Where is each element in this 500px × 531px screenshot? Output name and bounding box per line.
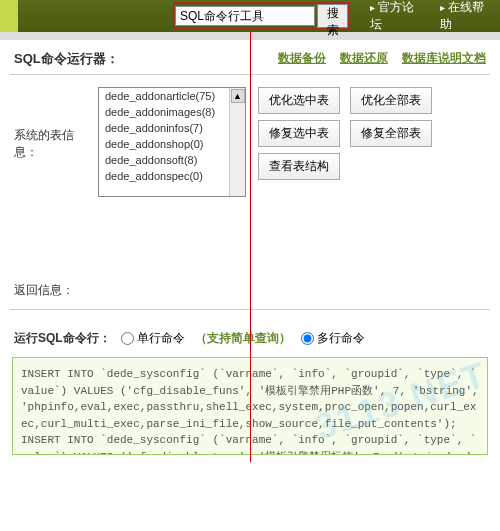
list-item[interactable]: dede_addoninfos(7)	[99, 120, 245, 136]
sql-textarea[interactable]	[12, 357, 488, 455]
list-item[interactable]: dede_addonimages(8)	[99, 104, 245, 120]
list-item[interactable]: dede_addonarticle(75)	[99, 88, 245, 104]
radio-single-input[interactable]	[121, 332, 134, 345]
tables-list-col: dede_addonarticle(75) dede_addonimages(8…	[98, 87, 246, 197]
yellow-tab	[0, 0, 18, 32]
list-item[interactable]: dede_addonspec(0)	[99, 168, 245, 184]
list-item[interactable]: dede_addonsoft(8)	[99, 152, 245, 168]
header-links: 数据备份 数据还原 数据库说明文档	[278, 50, 486, 68]
radio-single-line[interactable]: 单行命令	[121, 330, 185, 347]
repair-all-button[interactable]: 修复全部表	[350, 120, 432, 147]
return-info-label: 返回信息：	[0, 197, 500, 309]
header-row: SQL命令运行器： 数据备份 数据还原 数据库说明文档	[0, 40, 500, 74]
link-dbdoc[interactable]: 数据库说明文档	[402, 50, 486, 68]
repair-selected-button[interactable]: 修复选中表	[258, 120, 340, 147]
search-input[interactable]	[175, 6, 315, 26]
divider	[10, 74, 490, 75]
link-backup[interactable]: 数据备份	[278, 50, 326, 68]
scroll-up-icon[interactable]: ▲	[231, 89, 245, 103]
radio-single-label: 单行命令	[137, 330, 185, 347]
search-area: 搜索	[173, 2, 350, 30]
main-row: 系统的表信息： dede_addonarticle(75) dede_addon…	[0, 87, 500, 197]
tables-listbox[interactable]: dede_addonarticle(75) dede_addonimages(8…	[98, 87, 246, 197]
sql-run-label: 运行SQL命令行：	[14, 330, 111, 347]
optimize-all-button[interactable]: 优化全部表	[350, 87, 432, 114]
scrollbar[interactable]: ▲	[229, 88, 245, 196]
tables-label: 系统的表信息：	[14, 87, 86, 197]
button-column: 优化选中表 优化全部表 修复选中表 修复全部表 查看表结构	[258, 87, 486, 197]
radio-multi-input[interactable]	[301, 332, 314, 345]
sql-hint: （支持简单查询）	[195, 330, 291, 347]
divider	[10, 309, 490, 310]
gray-strip	[0, 32, 500, 40]
link-help[interactable]: 在线帮助	[440, 0, 492, 33]
top-links: 官方论坛 在线帮助	[370, 0, 492, 33]
list-item[interactable]: dede_addonshop(0)	[99, 136, 245, 152]
sql-mode-row: 运行SQL命令行： 单行命令 （支持简单查询） 多行命令	[0, 322, 500, 353]
view-structure-button[interactable]: 查看表结构	[258, 153, 340, 180]
radio-multi-line[interactable]: 多行命令	[301, 330, 365, 347]
link-forum[interactable]: 官方论坛	[370, 0, 422, 33]
page-title: SQL命令运行器：	[14, 50, 119, 68]
radio-multi-label: 多行命令	[317, 330, 365, 347]
topbar: 搜索 官方论坛 在线帮助	[0, 0, 500, 32]
link-restore[interactable]: 数据还原	[340, 50, 388, 68]
search-button[interactable]: 搜索	[317, 4, 348, 28]
optimize-selected-button[interactable]: 优化选中表	[258, 87, 340, 114]
